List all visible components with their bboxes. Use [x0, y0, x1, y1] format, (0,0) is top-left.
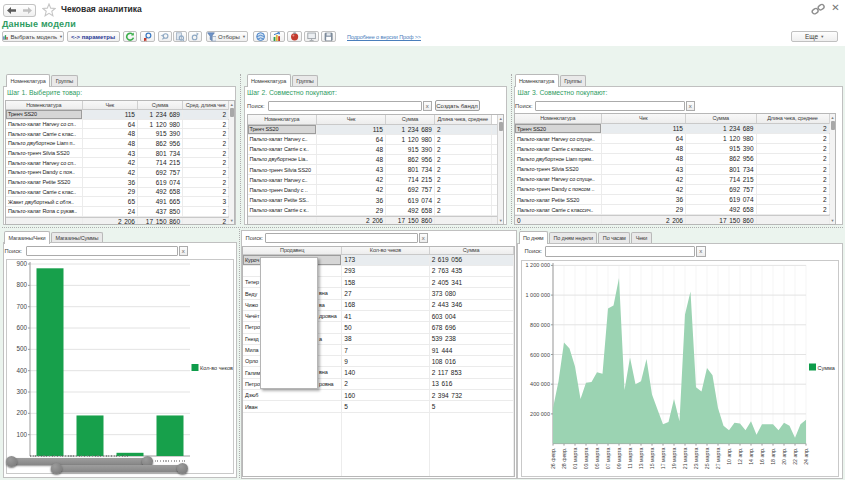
panel3-tabs-tab[interactable]: Номенклатура — [515, 74, 559, 87]
panel6-tabs-tab[interactable]: По дням — [519, 231, 549, 244]
table-row[interactable]: Пальто двубортное Liam прям..48862 9562 — [515, 154, 835, 164]
back-button[interactable] — [3, 4, 20, 17]
table-row[interactable]: Пальто-тренч Dandy с поясом ..42692 7572 — [515, 185, 835, 195]
column-header[interactable]: Длина чека, среднее — [435, 115, 492, 124]
table-row[interactable]: Пальто-халат Carrie с классич..48915 390… — [515, 144, 835, 154]
chart-zoom-slider[interactable] — [7, 458, 152, 465]
save-button[interactable] — [321, 31, 336, 42]
chart-settings-button[interactable] — [270, 31, 285, 42]
table-row[interactable]: Пальто-халат Rona с рукав..24437 8502 — [6, 207, 234, 217]
splitter[interactable] — [2, 227, 843, 228]
table-row[interactable]: Пальто-халат Carrie с к..48915 3902 — [248, 145, 503, 155]
table-row[interactable]: Пальто-тренч Dandy с ..42692 7572 — [248, 185, 503, 195]
table-row[interactable]: Пальто-халат Carrie с клас..29492 6582 — [6, 188, 234, 198]
scroll-up-icon[interactable]: ▲ — [830, 115, 836, 120]
search-input[interactable] — [265, 233, 418, 244]
find-button[interactable] — [173, 31, 187, 42]
table-row[interactable]: Пальто-халат Petite SS2036619 0742 — [6, 178, 234, 188]
create-bundle-button[interactable]: Создать бандл — [435, 100, 480, 111]
table-row[interactable]: Пальто-тренч Silvia SS2043801 7342 — [515, 165, 835, 175]
table-row[interactable]: Тренч SS201151 234 6892 — [248, 125, 503, 135]
panel2-tabs-tab[interactable]: Номенклатура — [247, 74, 291, 87]
chart-zoom-slider[interactable] — [51, 465, 187, 472]
close-icon[interactable]: ✕ — [829, 1, 842, 14]
table-row[interactable]: Пальто-халат Harvey со сп..42714 2152 — [6, 158, 234, 168]
column-header[interactable]: Сумма — [386, 115, 435, 124]
version-link[interactable]: Подробнее о версии Проф >> — [347, 34, 421, 40]
grid-view-button[interactable] — [304, 31, 319, 42]
refresh-button[interactable] — [123, 31, 138, 42]
record-button[interactable] — [287, 31, 302, 42]
column-header[interactable]: Номенклатура — [248, 115, 318, 124]
search-input[interactable] — [26, 246, 178, 257]
table-row[interactable]: Пальто-халат Harvey с..42714 2152 — [248, 175, 503, 185]
scroll-up-icon[interactable]: ▲ — [229, 102, 235, 107]
column-header[interactable]: Чек — [317, 115, 386, 124]
more-button[interactable]: Еще▼ — [791, 31, 838, 42]
table-row[interactable]: Пальто-халат Petite SS..36619 0742 — [248, 195, 503, 205]
clear-search-button[interactable]: x — [179, 246, 189, 257]
slider-handle[interactable] — [51, 463, 62, 474]
scroll-up-icon[interactable]: ▲ — [498, 116, 504, 121]
table-row[interactable]: Пальто-халат Harvey со спуще..42714 2152 — [515, 175, 835, 185]
table-row[interactable]: Дзюб1602 394 732 — [243, 390, 514, 401]
table-row[interactable]: Пальто-тренч Silvia SS2043801 7342 — [248, 165, 503, 175]
column-header[interactable]: Кол-во чеков — [342, 247, 429, 254]
search-input[interactable] — [535, 101, 685, 112]
table-row[interactable]: Пальто-халат Carrie с к..29492 6582 — [248, 206, 503, 216]
column-header[interactable]: Номенклатура — [515, 114, 602, 124]
scrollbar-thumb[interactable] — [499, 122, 503, 131]
slider-handle[interactable] — [6, 456, 17, 467]
scroll-down-icon[interactable]: ▼ — [498, 218, 504, 223]
table-row[interactable]: Пальто-халат Carrie с клас..48915 3902 — [6, 129, 234, 139]
scrollbar-thumb[interactable] — [230, 108, 234, 117]
column-header[interactable]: Продавец — [243, 247, 342, 254]
scroll-down-icon[interactable]: ▼ — [229, 218, 235, 223]
splitter[interactable] — [240, 74, 241, 224]
find-previous-button[interactable] — [158, 31, 172, 42]
table-row[interactable]: Пальто двубортное Liam п..48862 9562 — [6, 139, 234, 149]
forward-button[interactable] — [19, 4, 36, 17]
column-header[interactable]: Номенклатура — [6, 101, 83, 110]
table-row[interactable]: Жакет двубортный с обтя..65491 6653 — [6, 197, 234, 207]
select-model-button[interactable]: Выбрать модель▼ — [2, 31, 64, 42]
column-header[interactable]: Чек — [83, 101, 139, 110]
table-row[interactable]: Пальто-тренч Silvia SS2043801 7342 — [6, 149, 234, 159]
clear-search-button[interactable]: x — [423, 101, 433, 112]
table-row[interactable]: Пальто двубортное Lia..48862 9562 — [248, 155, 503, 165]
scrollbar-thumb[interactable] — [831, 121, 835, 130]
vertical-scrollbar[interactable]: ▲▼ — [497, 115, 504, 224]
table-row[interactable]: Тренч SS201151 234 6892 — [6, 110, 234, 120]
splitter[interactable] — [239, 229, 240, 478]
panel4-tabs-tab[interactable]: Магазины/Чеки — [4, 231, 50, 244]
search-settings-button[interactable] — [140, 31, 155, 42]
table-row[interactable]: Пальто-халат Harvey с..641 120 9802 — [248, 135, 503, 145]
column-header[interactable]: Сумма — [430, 247, 514, 254]
column-header[interactable]: Чек — [602, 114, 687, 124]
clear-search-button[interactable]: x — [419, 233, 429, 244]
web-button[interactable] — [253, 31, 268, 42]
clear-search-button[interactable]: x — [686, 101, 696, 112]
filters-button[interactable]: Отборы▼ — [206, 31, 248, 42]
table-row[interactable]: Тренч SS201151 234 6892 — [515, 124, 835, 134]
parameters-button[interactable]: <-> параметры — [67, 31, 120, 42]
table-row[interactable]: Пальто-халат Carrie с классич..29492 658… — [515, 205, 835, 215]
search-input[interactable] — [545, 246, 695, 257]
get-link-icon[interactable] — [811, 2, 825, 15]
table-row[interactable]: Пальто-тренч Dandy с поя..42692 7572 — [6, 168, 234, 178]
column-header[interactable]: Сумма — [138, 101, 183, 110]
splitter[interactable] — [511, 74, 512, 224]
vertical-scrollbar[interactable]: ▲▼ — [829, 114, 836, 224]
table-row[interactable]: Иван55 — [243, 401, 514, 412]
column-header[interactable]: Длина чека, среднее — [757, 114, 830, 124]
table-row[interactable]: Пальто-халат Petite SS2036619 0742 — [515, 195, 835, 205]
column-header[interactable]: Сумма — [686, 114, 757, 124]
table-row[interactable]: Пальто-халат Harvey со сп..641 120 9802 — [6, 120, 234, 130]
find-next-button[interactable] — [188, 31, 202, 42]
favorite-star-icon[interactable] — [42, 3, 56, 17]
scroll-down-icon[interactable]: ▼ — [830, 218, 836, 223]
search-input[interactable] — [268, 101, 422, 112]
column-header[interactable]: Сред. длина чек — [183, 101, 229, 110]
table-row[interactable]: Пальто-халат Harvey со спуще..641 120 98… — [515, 134, 835, 144]
panel1-tabs-tab[interactable]: Номенклатура — [6, 74, 50, 87]
